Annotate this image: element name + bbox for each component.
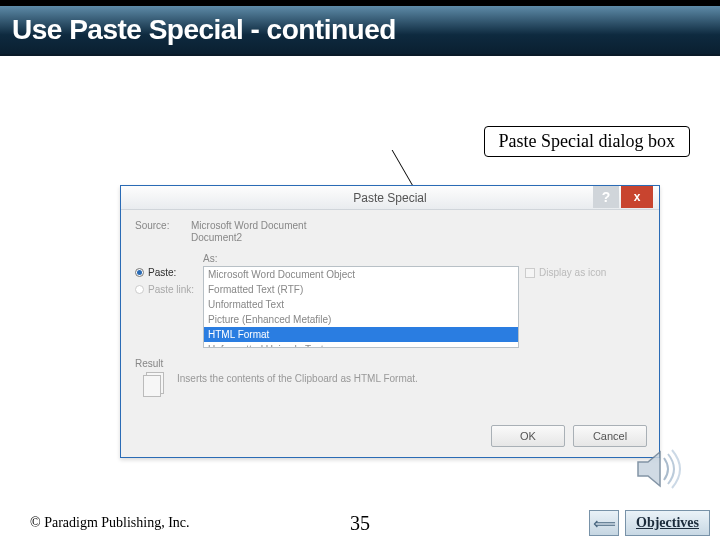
format-listbox[interactable]: Microsoft Word Document Object Formatted… (203, 266, 519, 348)
back-button[interactable]: ⟸ (589, 510, 619, 536)
cancel-button[interactable]: Cancel (573, 425, 647, 447)
list-item[interactable]: Microsoft Word Document Object (204, 267, 518, 282)
slide-title: Use Paste Special - continued (12, 14, 396, 46)
paste-special-dialog: Paste Special ? x Source: Microsoft Word… (120, 185, 660, 458)
display-as-icon-label: Display as icon (539, 267, 606, 278)
radio-selected-icon (135, 268, 144, 277)
slide-title-bar: Use Paste Special - continued (0, 6, 720, 56)
page-number: 35 (350, 512, 370, 535)
list-item[interactable]: Unformatted Text (204, 297, 518, 312)
as-label: As: (203, 253, 519, 264)
checkbox-icon (525, 268, 535, 278)
result-label: Result (135, 358, 645, 369)
svg-marker-0 (638, 452, 660, 486)
source-line2: Document2 (191, 232, 645, 243)
help-button[interactable]: ? (593, 186, 619, 208)
list-item-selected[interactable]: HTML Format (204, 327, 518, 342)
clipboard-icon (139, 371, 167, 401)
display-as-icon-checkbox: Display as icon (525, 267, 645, 278)
dialog-title: Paste Special (353, 191, 426, 205)
ok-button[interactable]: OK (491, 425, 565, 447)
radio-paste-label: Paste: (148, 267, 176, 278)
copyright-text: © Paradigm Publishing, Inc. (30, 515, 190, 531)
objectives-button[interactable]: Objectives (625, 510, 710, 536)
list-item[interactable]: Formatted Text (RTF) (204, 282, 518, 297)
radio-paste-link-label: Paste link: (148, 284, 194, 295)
source-label: Source: (135, 220, 185, 231)
radio-paste[interactable]: Paste: (135, 267, 197, 278)
dialog-titlebar: Paste Special ? x (121, 186, 659, 210)
speaker-icon[interactable] (630, 446, 686, 492)
radio-unselected-icon (135, 285, 144, 294)
list-item[interactable]: Unformatted Unicode Text (204, 342, 518, 348)
source-value: Microsoft Word Document (191, 220, 306, 231)
close-button[interactable]: x (621, 186, 653, 208)
footer: © Paradigm Publishing, Inc. 35 ⟸ Objecti… (0, 506, 720, 540)
radio-paste-link: Paste link: (135, 284, 197, 295)
list-item[interactable]: Picture (Enhanced Metafile) (204, 312, 518, 327)
result-text: Inserts the contents of the Clipboard as… (177, 371, 418, 384)
callout-label: Paste Special dialog box (484, 126, 690, 157)
